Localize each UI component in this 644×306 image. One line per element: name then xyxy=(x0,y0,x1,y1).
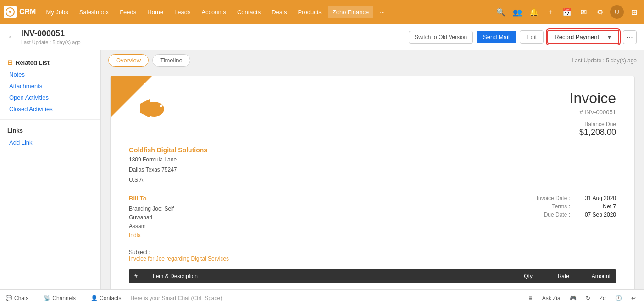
col-rate: Rate xyxy=(533,273,569,279)
nav-item-zohofinance[interactable]: Zoho Finance xyxy=(328,6,374,18)
sidebar-item-closed-activities[interactable]: Closed Activities xyxy=(0,103,100,115)
channels-label: Channels xyxy=(52,295,76,301)
settings-icon[interactable]: ⚙ xyxy=(594,6,606,18)
col-hash: # xyxy=(134,273,153,279)
plus-icon[interactable]: ＋ xyxy=(544,6,557,18)
nav-item-accounts[interactable]: Accounts xyxy=(197,6,230,18)
statusbar-divider-2 xyxy=(83,294,83,303)
bill-to-label: Bill To xyxy=(129,195,174,202)
chats-label: Chats xyxy=(14,295,28,301)
mail-icon[interactable]: ✉ xyxy=(577,6,590,18)
history-icon[interactable]: ↩ xyxy=(628,294,638,302)
terms-row: Terms : Net 7 xyxy=(524,203,616,210)
calendar-icon[interactable]: 📅 xyxy=(561,6,573,18)
invoice-dates: Invoice Date : 31 Aug 2020 Terms : Net 7… xyxy=(524,195,616,240)
invoice-scroll-container[interactable]: Overdue Invoice # IN xyxy=(101,70,644,289)
tab-timeline[interactable]: Timeline xyxy=(152,54,190,67)
invoice-date-value: 31 Aug 2020 xyxy=(579,195,616,201)
invoice-title-text: Invoice xyxy=(570,90,616,107)
user-avatar[interactable]: U xyxy=(610,5,624,19)
subheader-actions: Switch to Old Version Send Mail Edit Rec… xyxy=(409,30,637,44)
related-list-label: Related List xyxy=(16,59,50,66)
statusbar-chats[interactable]: 💬 Chats xyxy=(6,295,28,301)
overdue-text: Overdue xyxy=(113,78,132,96)
record-payment-button[interactable]: Record Payment ▼ xyxy=(547,30,619,44)
za-icon[interactable]: Zα xyxy=(597,294,609,302)
bill-to-block: Bill To Branding Joe: Self Guwahati Assa… xyxy=(129,195,174,240)
balance-due-label: Balance Due xyxy=(570,121,616,128)
edit-button[interactable]: Edit xyxy=(520,30,544,44)
back-button[interactable]: ← xyxy=(7,32,16,42)
nav-item-more[interactable]: ··· xyxy=(375,6,389,18)
tab-last-update: Last Update : 5 day(s) ago xyxy=(572,57,637,64)
invoice-number-text: # INV-000051 xyxy=(570,109,616,116)
sidebar-item-notes[interactable]: Notes xyxy=(0,69,100,80)
subject-value: Invoice for Joe regarding Digital Servic… xyxy=(129,256,229,262)
related-list-section[interactable]: ⊟ Related List xyxy=(0,56,100,69)
subject-label: Subject : xyxy=(129,249,150,256)
statusbar-divider-1 xyxy=(36,294,36,303)
nav-item-contacts[interactable]: Contacts xyxy=(233,6,265,18)
gamepad-icon[interactable]: 🎮 xyxy=(567,294,579,302)
due-date-value: 07 Sep 2020 xyxy=(579,211,616,218)
sidebar-item-open-activities[interactable]: Open Activities xyxy=(0,92,100,103)
nav-item-home[interactable]: Home xyxy=(143,6,168,18)
bell-icon[interactable]: 🔔 xyxy=(527,6,540,18)
clock-icon[interactable]: 🕐 xyxy=(612,294,625,302)
tab-overview[interactable]: Overview xyxy=(108,54,149,67)
statusbar-channels[interactable]: 📡 Channels xyxy=(44,295,76,301)
statusbar-left: 💬 Chats 📡 Channels 👤 Contacts xyxy=(6,294,121,303)
bill-section: Bill To Branding Joe: Self Guwahati Assa… xyxy=(129,195,616,240)
more-options-button[interactable]: ··· xyxy=(623,30,637,44)
channels-icon: 📡 xyxy=(44,295,50,301)
content-area: Overview Timeline Last Update : 5 day(s)… xyxy=(101,50,644,289)
bill-to-country: India xyxy=(129,231,174,240)
logo-text: CRM xyxy=(19,8,36,16)
col-description: Item & Description xyxy=(153,273,496,279)
overdue-ribbon: Overdue xyxy=(111,76,152,117)
invoice-date-row: Invoice Date : 31 Aug 2020 xyxy=(524,195,616,201)
links-section-title: Links xyxy=(0,124,100,137)
statusbar-contacts-label: Contacts xyxy=(100,295,121,301)
nav-item-feeds[interactable]: Feeds xyxy=(115,6,141,18)
svg-point-3 xyxy=(160,105,162,107)
balance-due-amount: $1,208.00 xyxy=(570,128,616,137)
crm-logo[interactable]: CRM xyxy=(4,6,36,18)
record-payment-dropdown-arrow[interactable]: ▼ xyxy=(603,34,612,40)
items-table-header: # Item & Description Qty Rate Amount xyxy=(129,269,616,283)
screen-icon[interactable]: 🖥 xyxy=(525,294,536,302)
col-qty: Qty xyxy=(496,273,533,279)
top-navigation: CRM My Jobs SalesInbox Feeds Home Leads … xyxy=(0,0,644,24)
main-layout: ⊟ Related List Notes Attachments Open Ac… xyxy=(0,50,644,289)
nav-item-salesinbox[interactable]: SalesInbox xyxy=(75,6,113,18)
search-icon[interactable]: 🔍 xyxy=(494,6,507,18)
invoice-title-group: INV-000051 Last Update : 5 day(s) ago xyxy=(21,29,403,45)
nav-item-leads[interactable]: Leads xyxy=(170,6,195,18)
invoice-last-update: Last Update : 5 day(s) ago xyxy=(21,39,403,45)
bill-to-state: Assam xyxy=(129,222,174,231)
nav-item-deals[interactable]: Deals xyxy=(267,6,291,18)
company-addr1: 1809 Formula Lane xyxy=(129,156,616,164)
smart-chat-hint: Here is your Smart Chat (Ctrl+Space) xyxy=(127,295,519,301)
bill-to-name: Branding Joe: Self xyxy=(129,205,174,213)
record-payment-label: Record Payment xyxy=(555,33,603,40)
related-list-icon: ⊟ xyxy=(7,59,13,66)
refresh-icon[interactable]: ↻ xyxy=(583,294,593,302)
grid-icon[interactable]: ⊞ xyxy=(627,6,640,18)
sidebar-item-attachments[interactable]: Attachments xyxy=(0,80,100,92)
nav-item-myjobs[interactable]: My Jobs xyxy=(41,6,72,18)
company-name: Goldfish Digital Solutions xyxy=(129,146,616,154)
tabs-group: Overview Timeline xyxy=(108,54,190,67)
invoice-paper: Overdue Invoice # IN xyxy=(110,76,635,289)
chats-icon: 💬 xyxy=(6,295,12,301)
send-mail-button[interactable]: Send Mail xyxy=(477,31,516,43)
users-icon[interactable]: 👥 xyxy=(511,6,524,18)
statusbar-contacts[interactable]: 👤 Contacts xyxy=(91,295,121,301)
add-link-button[interactable]: Add Link xyxy=(0,137,100,148)
items-table: # Item & Description Qty Rate Amount xyxy=(129,269,616,283)
switch-version-button[interactable]: Switch to Old Version xyxy=(409,31,473,44)
invoice-header-row: Invoice # INV-000051 Balance Due $1,208.… xyxy=(129,90,616,137)
ask-zia-button[interactable]: Ask Zia xyxy=(539,294,563,302)
nav-item-products[interactable]: Products xyxy=(293,6,326,18)
statusbar-contacts-icon: 👤 xyxy=(91,295,98,301)
